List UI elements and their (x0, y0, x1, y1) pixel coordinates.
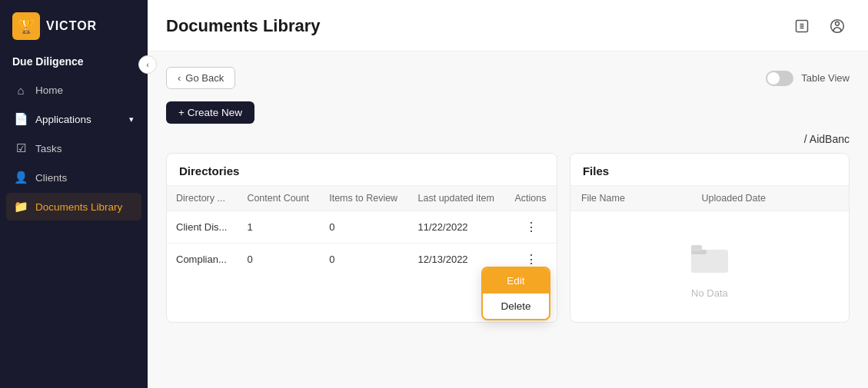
home-icon: ⌂ (14, 84, 28, 97)
sidebar-logo: 🏆 VICTOR (0, 0, 148, 49)
no-data-area: No Data (570, 211, 849, 322)
create-new-label: + Create New (178, 107, 242, 118)
col-directory: Directory ... (167, 186, 238, 211)
main-content: Documents Library ‹ Go Back (148, 0, 868, 388)
user-circle-icon[interactable] (825, 14, 850, 38)
svg-point-2 (836, 22, 840, 25)
col-file-name: File Name (570, 186, 691, 211)
sidebar-collapse-button[interactable]: ‹ (138, 55, 157, 74)
sidebar-item-tasks[interactable]: ☑ Tasks (6, 134, 141, 162)
sidebar-item-clients-label: Clients (35, 172, 67, 184)
go-back-arrow-icon: ‹ (178, 72, 181, 84)
files-panel-title: Files (570, 154, 849, 186)
sidebar-item-tasks-label: Tasks (35, 143, 62, 154)
chevron-down-icon: ▾ (129, 114, 134, 124)
files-table-header-row: File Name Uploaded Date (570, 186, 849, 211)
dir-last-updated-1: 11/22/2022 (409, 211, 506, 244)
actions-dropdown-menu: Edit Delete (481, 267, 550, 320)
documents-library-icon: 📁 (14, 200, 28, 214)
files-table: File Name Uploaded Date (570, 186, 849, 322)
logo-icon: 🏆 (12, 12, 40, 40)
create-new-toolbar: + Create New (166, 101, 850, 124)
panels: Directories Directory ... Content Count … (166, 153, 850, 323)
delete-menu-item[interactable]: Delete (483, 293, 549, 319)
table-view-toggle[interactable] (766, 71, 793, 86)
table-row: Client Dis... 1 0 11/22/2022 ⋮ (167, 211, 557, 244)
dir-items-review-2: 0 (320, 244, 408, 276)
dir-content-count-1: 1 (238, 211, 320, 244)
sidebar-item-applications-label: Applications (35, 114, 91, 125)
clients-icon: 👤 (14, 171, 28, 184)
topbar-icons (790, 14, 850, 38)
sidebar-item-documents-library[interactable]: 📁 Documents Library (6, 193, 141, 221)
directories-panel: Directories Directory ... Content Count … (166, 153, 557, 323)
sidebar-item-applications[interactable]: 📄 Applications ▾ (6, 105, 141, 133)
directories-panel-title: Directories (167, 154, 557, 186)
toolbar: ‹ Go Back Table View (166, 67, 850, 89)
actions-button-2[interactable]: ⋮ Edit Delete (506, 244, 557, 276)
files-no-data-row: No Data (570, 211, 849, 323)
sidebar-item-home-label: Home (35, 85, 63, 96)
sidebar-nav: ⌂ Home 📄 Applications ▾ ☑ Tasks 👤 Client… (0, 77, 148, 221)
edit-menu-item[interactable]: Edit (483, 268, 549, 293)
col-items-to-review: Items to Review (320, 186, 408, 211)
col-actions: Actions (506, 186, 557, 211)
col-uploaded-date: Uploaded Date (691, 186, 849, 211)
topbar: Documents Library (148, 0, 868, 51)
svg-rect-5 (691, 245, 702, 251)
dir-name-2: Complian... (167, 244, 238, 276)
building-icon[interactable] (790, 14, 814, 38)
dir-name-1: Client Dis... (167, 211, 238, 244)
sidebar-section-title: Due Diligence (0, 49, 148, 77)
toolbar-right: Table View (766, 71, 850, 86)
breadcrumb-path: / AidBanc (804, 133, 850, 145)
logo-text: VICTOR (46, 19, 97, 33)
sidebar-item-clients[interactable]: 👤 Clients (6, 164, 141, 191)
go-back-label: Go Back (185, 72, 224, 84)
col-content-count: Content Count (238, 186, 320, 211)
directories-table-header-row: Directory ... Content Count Items to Rev… (167, 186, 557, 211)
path-bar: / AidBanc (166, 133, 850, 145)
directories-table: Directory ... Content Count Items to Rev… (167, 186, 557, 275)
dir-content-count-2: 0 (238, 244, 320, 276)
tasks-icon: ☑ (14, 141, 28, 155)
sidebar-item-documents-library-label: Documents Library (35, 201, 122, 213)
sidebar: 🏆 VICTOR Due Diligence ‹ ⌂ Home 📄 Applic… (0, 0, 148, 388)
no-data-icon (690, 242, 730, 281)
create-new-button[interactable]: + Create New (166, 101, 254, 124)
go-back-button[interactable]: ‹ Go Back (166, 67, 235, 89)
actions-button-1[interactable]: ⋮ (506, 211, 557, 244)
dir-items-review-1: 0 (320, 211, 408, 244)
toolbar-left: ‹ Go Back (166, 67, 235, 89)
files-panel: Files File Name Uploaded Date (570, 153, 850, 323)
page-title: Documents Library (166, 16, 321, 36)
applications-icon: 📄 (14, 112, 28, 126)
table-view-label: Table View (801, 72, 850, 84)
files-no-data-cell: No Data (570, 211, 849, 323)
col-last-updated: Last updated item (409, 186, 506, 211)
sidebar-item-home[interactable]: ⌂ Home (6, 77, 141, 104)
table-row: Complian... 0 0 12/13/2022 ⋮ Edit Delete (167, 244, 557, 276)
no-data-label: No Data (691, 287, 728, 299)
content-area: ‹ Go Back Table View + Create New / AidB… (148, 51, 868, 388)
